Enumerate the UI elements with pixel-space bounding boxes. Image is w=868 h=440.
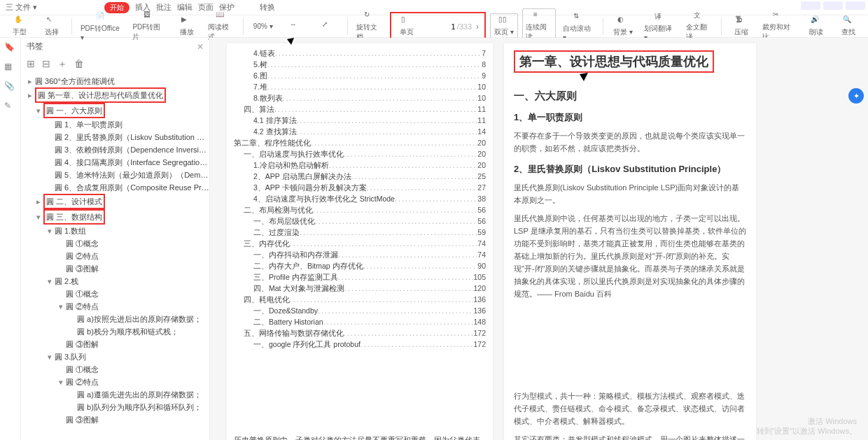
find-button[interactable]: 🔍查找 bbox=[834, 14, 862, 38]
background-button[interactable]: ◐背景 ▾ bbox=[609, 14, 637, 38]
toc-row[interactable]: 一、启动速度与执行效率优化...........................… bbox=[234, 148, 486, 159]
page-left: 4.链表....................................… bbox=[227, 43, 493, 440]
toc-row[interactable]: 三、Profile 内存监测工具........................… bbox=[234, 271, 486, 283]
toc-row[interactable]: 四、耗电优化..................................… bbox=[234, 294, 486, 305]
hand-icon: ✋ bbox=[14, 15, 25, 27]
fit-width-icon: ↔ bbox=[290, 20, 301, 31]
outline-item[interactable]: 圓 ①概念 bbox=[24, 288, 209, 300]
document-viewport: 4.链表....................................… bbox=[210, 38, 868, 440]
image-icon: 🖼 bbox=[144, 10, 155, 22]
collapse-all-icon[interactable]: ⊟ bbox=[42, 58, 50, 71]
fit-width-button[interactable]: ↔ bbox=[281, 19, 309, 34]
menu-convert[interactable]: 转换 bbox=[260, 2, 275, 13]
outline-item[interactable]: 圓 第一章、设计思想与代码质量优化 bbox=[24, 87, 209, 103]
toc-row[interactable]: 二、布局检测与优化...............................… bbox=[234, 204, 486, 215]
window-corner-icons bbox=[801, 1, 865, 10]
compress-button[interactable]: 🗜压缩 bbox=[727, 14, 755, 38]
outline-item[interactable]: 圓 3、依赖倒转原则（Dependence Inversion Principl… bbox=[24, 143, 209, 156]
toc-row[interactable]: 二、内存大户、Bitmap 内存优化......................… bbox=[234, 260, 486, 271]
single-page-button[interactable]: ▯单页 bbox=[393, 14, 421, 38]
outline-item[interactable]: 圓 1.数组 bbox=[24, 225, 209, 237]
outline-item[interactable]: 圓 a)遵循先进先出的原则存储数据； bbox=[24, 388, 209, 401]
read-icon: 📖 bbox=[216, 10, 227, 22]
outline-item[interactable]: 圓 ①概念 bbox=[24, 237, 209, 250]
outline-item[interactable]: 圓 ③图解 bbox=[24, 413, 209, 426]
signature-tab-icon[interactable]: ✎ bbox=[4, 101, 17, 113]
outline-item[interactable]: 圓 360°全方面性能调优 bbox=[24, 75, 209, 87]
assistant-bubble-icon[interactable]: ✦ bbox=[848, 88, 864, 104]
toc-row[interactable]: 7.堆.....................................… bbox=[234, 81, 486, 92]
thumbnail-tab-icon[interactable]: ▦ bbox=[4, 62, 17, 74]
fit-page-button[interactable]: ⤢ bbox=[314, 19, 342, 34]
bg-icon: ◐ bbox=[617, 15, 629, 27]
toc-row[interactable]: 6.图.....................................… bbox=[234, 70, 486, 81]
page-number-input[interactable] bbox=[422, 22, 456, 31]
rotate-icon: ↻ bbox=[364, 10, 375, 22]
outline-item[interactable]: 圓 三、数据结构 bbox=[24, 209, 209, 225]
outline-item[interactable]: 圓 一、六大原则 bbox=[24, 103, 209, 118]
outline-item[interactable]: 圓 ①概念 bbox=[24, 363, 209, 376]
outline-item[interactable]: 圓 6、合成复用原则（Composite Reuse Principle） bbox=[24, 181, 209, 194]
table-of-contents: 4.链表....................................… bbox=[234, 48, 486, 350]
toc-row[interactable]: 4.链表....................................… bbox=[234, 48, 486, 59]
principle-2-text-1: 里氏代换原则(Liskov Substitution Principle LSP… bbox=[514, 181, 746, 206]
toc-row[interactable]: 3、APP 卡顿问题分析及解决方案.......................… bbox=[234, 182, 486, 193]
outline-item[interactable]: 圓 ③图解 bbox=[24, 338, 209, 350]
toc-row[interactable]: 5.树.....................................… bbox=[234, 59, 486, 70]
toc-row[interactable]: 四、算法....................................… bbox=[234, 104, 486, 115]
toc-row[interactable]: 8.散列表...................................… bbox=[234, 92, 486, 104]
toc-row[interactable]: 4.1 排序算法................................… bbox=[234, 115, 486, 126]
toc-row[interactable]: 4、启动速度与执行效率优化之 StrictMode...............… bbox=[234, 193, 486, 204]
toc-row[interactable]: 一、google 序列化工具 protobuf.................… bbox=[234, 339, 486, 350]
outline-item[interactable]: 圓 ②特点 bbox=[24, 250, 209, 262]
toc-row[interactable]: 一、Doze&Standby..........................… bbox=[234, 305, 486, 316]
outline-item[interactable]: 圓 a)按照先进后出的原则存储数据； bbox=[24, 313, 209, 325]
toc-row[interactable]: 二、过度渲染..................................… bbox=[234, 227, 486, 238]
outline-add-icon[interactable]: ＋ bbox=[57, 58, 67, 71]
toc-row[interactable]: 2、APP 启动黑白屏解决办法.........................… bbox=[234, 171, 486, 182]
play-button[interactable]: ▶播放 bbox=[173, 14, 201, 38]
outline-item[interactable]: 圓 5、迪米特法则（最少知道原则）（Demeter Principle） bbox=[24, 169, 209, 181]
outline-item[interactable]: 圓 ②特点 bbox=[24, 300, 209, 313]
double-page-button[interactable]: ▯▯双页 ▾ bbox=[490, 13, 518, 39]
toc-row[interactable]: 1.冷启动和热启动解析.............................… bbox=[234, 159, 486, 171]
outline-item[interactable]: 圓 二、设计模式 bbox=[24, 194, 209, 209]
voice-button[interactable]: 🔊朗读 bbox=[802, 14, 830, 38]
toc-row[interactable]: 三、内存优化..................................… bbox=[234, 238, 486, 249]
outline-item[interactable]: 圓 ③图解 bbox=[24, 262, 209, 275]
hand-tool-button[interactable]: ✋手型 bbox=[6, 14, 34, 38]
toc-row[interactable]: 一、内存抖动和内存泄漏.............................… bbox=[234, 249, 486, 260]
outline-item[interactable]: 圓 2.栈 bbox=[24, 275, 209, 288]
single-page-icon: ▯ bbox=[401, 15, 412, 27]
principle-1-heading: 1、单一职责原则 bbox=[514, 111, 746, 124]
crop-icon: ✂ bbox=[773, 10, 784, 22]
toc-row[interactable]: 一、布局层级优化................................… bbox=[234, 215, 486, 227]
attachment-tab-icon[interactable]: 📎 bbox=[4, 81, 17, 94]
zoom-dropdown[interactable]: 90% ▾ bbox=[249, 21, 277, 31]
page-next-button[interactable]: › bbox=[473, 22, 482, 31]
toc-row[interactable]: 五、网络传输与数据存储优化...........................… bbox=[234, 327, 486, 339]
outline-item[interactable]: 圓 ②特点 bbox=[24, 376, 209, 388]
sidebar-tools: ⊞ ⊟ ＋ 🗑 bbox=[21, 55, 209, 73]
select-tool-button[interactable]: ↖选择 bbox=[38, 14, 66, 38]
outline-delete-icon[interactable]: 🗑 bbox=[74, 58, 84, 71]
outline-item[interactable]: 圓 b)栈分为顺序栈和链式栈； bbox=[24, 325, 209, 338]
outline-tree: 圓 360°全方面性能调优圓 第一章、设计思想与代码质量优化圓 一、六大原则圓 … bbox=[21, 73, 209, 437]
outline-item[interactable]: 圓 4、接口隔离原则（Interface Segregation Princip… bbox=[24, 156, 209, 169]
toc-row[interactable]: 四、Mat 大对象与泄漏检测..........................… bbox=[234, 283, 486, 294]
sidebar-close-icon[interactable]: ✕ bbox=[197, 42, 204, 52]
right-para-5: 其实还有两类：并发型模式和线程池模式。用一个图片来整体描述一下： bbox=[514, 433, 746, 440]
expand-all-icon[interactable]: ⊞ bbox=[27, 58, 35, 71]
search-icon: 🔍 bbox=[843, 15, 854, 27]
menu-file[interactable]: 三 文件 ▾ bbox=[6, 2, 37, 13]
outline-item[interactable]: 圓 1、单一职责原则 bbox=[24, 118, 209, 131]
toc-row[interactable]: 二、Battery Historian.....................… bbox=[234, 316, 486, 327]
office-icon: 📄 bbox=[96, 12, 107, 23]
outline-item[interactable]: 圓 b)队列分为顺序队列和循环队列； bbox=[24, 401, 209, 413]
outline-item[interactable]: 圓 3.队列 bbox=[24, 350, 209, 363]
toc-row[interactable]: 4.2 查找算法................................… bbox=[234, 126, 486, 137]
bookmark-tab-icon[interactable]: 🔖 bbox=[4, 42, 17, 55]
menu-edit[interactable]: 编辑 bbox=[177, 2, 192, 13]
toc-row[interactable]: 第二章、程序性能优化..............................… bbox=[234, 137, 486, 148]
outline-item[interactable]: 圓 2、里氏替换原则（Liskov Substitution Principle… bbox=[24, 131, 209, 143]
